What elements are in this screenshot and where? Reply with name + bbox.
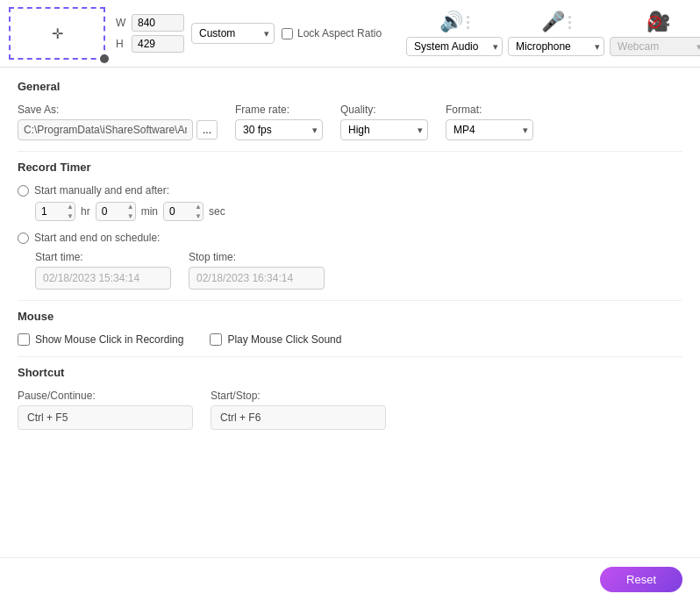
- schedule-times: Start time: Stop time:: [35, 251, 682, 290]
- stop-time-input[interactable]: [189, 267, 325, 290]
- mouse-options-row: Show Mouse Click in Recording Play Mouse…: [18, 333, 682, 346]
- stop-shortcut-input[interactable]: [211, 405, 386, 430]
- pause-shortcut-input[interactable]: [18, 405, 193, 430]
- quality-label: Quality:: [340, 104, 428, 116]
- sec-up-btn[interactable]: ▲: [195, 202, 202, 211]
- section-divider-3: [18, 356, 682, 357]
- audio-controls: 🔊 System Audio None 🎤: [406, 11, 700, 56]
- lock-aspect-ratio-checkbox[interactable]: [282, 28, 293, 39]
- sec-spin: ▲ ▼: [195, 202, 202, 221]
- hr-label: hr: [81, 205, 90, 218]
- capture-area-preview: ✛: [9, 7, 105, 60]
- system-audio-block: 🔊 System Audio None: [406, 11, 503, 56]
- webcam-icon-area: 🎥⊘: [646, 11, 670, 33]
- play-sound-checkbox[interactable]: [210, 333, 222, 346]
- microphone-select[interactable]: Microphone None Default: [508, 37, 604, 56]
- min-up-btn[interactable]: ▲: [127, 202, 134, 211]
- bottom-bar: Reset: [0, 557, 700, 601]
- stop-shortcut-field: Start/Stop:: [211, 390, 386, 430]
- sec-down-btn[interactable]: ▼: [195, 211, 202, 221]
- width-row: W: [116, 14, 184, 32]
- start-time-group: Start time:: [35, 251, 171, 290]
- system-audio-select-wrapper: System Audio None: [406, 37, 503, 56]
- custom-select[interactable]: Custom Full Screen Window 1920x1080 1280…: [191, 23, 275, 44]
- height-row: H: [116, 35, 184, 53]
- frame-rate-select[interactable]: 30 fps 15 fps 24 fps 60 fps: [235, 119, 323, 140]
- top-bar: ✛ W H Custom Full Screen Window 1920x108…: [0, 0, 700, 68]
- time-inputs-row: ▲ ▼ hr ▲ ▼ min ▲ ▼ sec: [35, 202, 682, 221]
- sec-label: sec: [209, 205, 225, 218]
- shortcut-section: Shortcut Pause/Continue: Start/Stop:: [18, 366, 682, 430]
- start-time-label: Start time:: [35, 251, 171, 263]
- width-label: W: [116, 17, 128, 29]
- show-click-checkbox[interactable]: [18, 333, 30, 346]
- schedule-row: Start and end on schedule:: [18, 232, 682, 244]
- speaker-icon: 🔊: [439, 11, 463, 33]
- shortcut-section-title: Shortcut: [18, 366, 682, 379]
- stop-time-label: Stop time:: [189, 251, 325, 263]
- play-sound-text: Play Mouse Click Sound: [227, 333, 341, 346]
- start-time-input[interactable]: [35, 267, 171, 290]
- show-click-label[interactable]: Show Mouse Click in Recording: [18, 333, 183, 346]
- move-icon: ✛: [52, 25, 63, 42]
- reset-button[interactable]: Reset: [600, 567, 682, 592]
- width-input[interactable]: [132, 14, 184, 32]
- pause-shortcut-label: Pause/Continue:: [18, 390, 193, 402]
- stop-time-group: Stop time:: [189, 251, 325, 290]
- main-content: General Save As: ... Frame rate: 30 fps …: [0, 68, 700, 559]
- schedule-radio[interactable]: [18, 233, 29, 244]
- save-as-wrapper: ...: [18, 119, 218, 140]
- webcam-block: 🎥⊘ Webcam None: [610, 11, 700, 56]
- quality-group: Quality: High Medium Low: [340, 104, 428, 140]
- shortcut-row: Pause/Continue: Start/Stop:: [18, 390, 682, 430]
- browse-button[interactable]: ...: [196, 120, 218, 140]
- min-input-wrapper: ▲ ▼: [96, 202, 136, 221]
- general-section-title: General: [18, 80, 682, 93]
- hr-up-btn[interactable]: ▲: [67, 202, 74, 211]
- hr-down-btn[interactable]: ▼: [67, 211, 74, 221]
- start-manually-row: Start manually and end after:: [18, 184, 682, 197]
- sec-input-wrapper: ▲ ▼: [163, 202, 204, 221]
- mouse-section: Mouse Show Mouse Click in Recording Play…: [18, 310, 682, 346]
- system-audio-icon-area: 🔊: [439, 11, 469, 33]
- microphone-select-wrapper: Microphone None Default: [508, 37, 604, 56]
- hr-input-wrapper: ▲ ▼: [35, 202, 75, 221]
- height-input[interactable]: [132, 35, 184, 53]
- format-select-wrapper: MP4 AVI MOV GIF: [446, 119, 533, 140]
- min-spin: ▲ ▼: [127, 202, 134, 221]
- format-label: Format:: [446, 104, 533, 116]
- format-group: Format: MP4 AVI MOV GIF: [446, 104, 533, 140]
- system-audio-select[interactable]: System Audio None: [406, 37, 503, 56]
- height-label: H: [116, 38, 128, 50]
- webcam-select[interactable]: Webcam None: [610, 37, 700, 56]
- frame-rate-group: Frame rate: 30 fps 15 fps 24 fps 60 fps: [235, 104, 323, 140]
- lock-aspect-ratio-label: Lock Aspect Ratio: [297, 27, 382, 39]
- save-as-group: Save As: ...: [18, 104, 218, 140]
- quality-select-wrapper: High Medium Low: [340, 119, 428, 140]
- show-click-text: Show Mouse Click in Recording: [35, 333, 183, 346]
- start-manually-radio[interactable]: [18, 185, 29, 197]
- hr-spin: ▲ ▼: [67, 202, 74, 221]
- start-manually-label: Start manually and end after:: [34, 184, 169, 197]
- record-timer-title: Record Timer: [18, 161, 682, 174]
- frame-rate-select-wrapper: 30 fps 15 fps 24 fps 60 fps: [235, 119, 323, 140]
- section-divider-2: [18, 300, 682, 301]
- mic-dots: [567, 16, 571, 29]
- save-as-label: Save As:: [18, 104, 218, 116]
- format-select[interactable]: MP4 AVI MOV GIF: [446, 119, 533, 140]
- save-as-input[interactable]: [18, 119, 193, 140]
- frame-rate-label: Frame rate:: [235, 104, 323, 116]
- quality-select[interactable]: High Medium Low: [340, 119, 428, 140]
- microphone-block: 🎤 Microphone None Default: [508, 11, 604, 56]
- pause-shortcut-field: Pause/Continue:: [18, 390, 193, 430]
- lock-aspect-ratio[interactable]: Lock Aspect Ratio: [282, 27, 382, 39]
- webcam-select-wrapper: Webcam None: [610, 37, 700, 56]
- system-audio-dots: [465, 16, 469, 29]
- schedule-label: Start and end on schedule:: [34, 232, 160, 244]
- min-down-btn[interactable]: ▼: [127, 211, 134, 221]
- play-sound-label[interactable]: Play Mouse Click Sound: [210, 333, 341, 346]
- section-divider-1: [18, 151, 682, 152]
- stop-shortcut-label: Start/Stop:: [211, 390, 386, 402]
- dimensions-container: W H: [116, 14, 184, 53]
- min-label: min: [141, 205, 158, 218]
